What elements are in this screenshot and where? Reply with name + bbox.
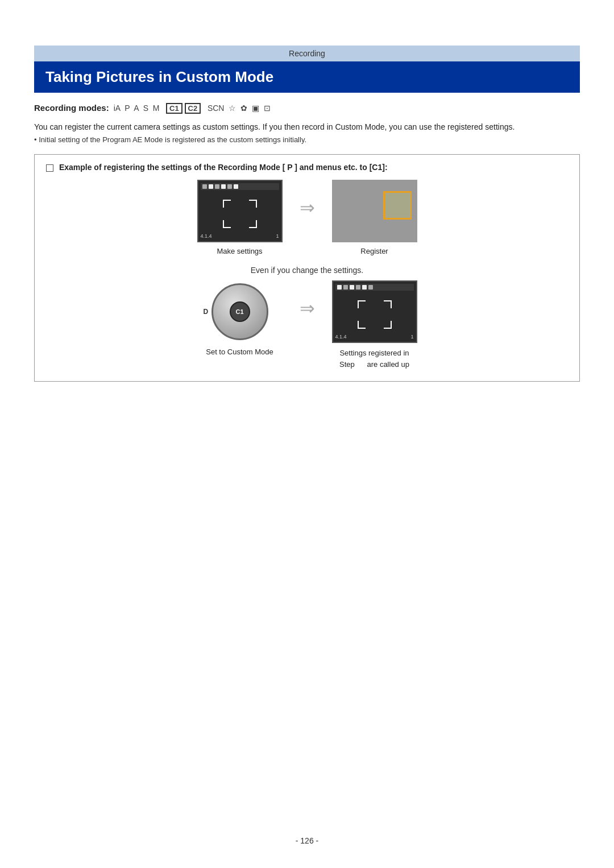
dial-container: D C1 (197, 280, 283, 343)
settings-registered-label: Settings registered in Step are called u… (339, 348, 409, 370)
dial-item: D C1 Set to Custom Mode (197, 280, 283, 356)
icon-dot-r6 (368, 285, 373, 290)
camera-screen-left: 4.1.4 1 (197, 180, 283, 242)
timer-text-right: 4.1.4 (335, 334, 347, 340)
bottom-bar-left: 4.1.4 1 (201, 233, 279, 239)
page-wrapper: Recording Taking Pictures in Custom Mode… (0, 0, 614, 868)
dial-label-d: D (204, 308, 209, 316)
bracket-br (249, 220, 257, 228)
example-title-text: Example of registering the settings of t… (59, 163, 388, 172)
icon-dot-6 (234, 184, 238, 189)
dial-wrapper: D C1 (211, 283, 268, 340)
bottom-bar-right: 4.1.4 1 (335, 334, 414, 340)
icon-dot-5 (227, 184, 232, 189)
settings-registered-line3: are called up (367, 360, 409, 369)
timer-text-left: 4.1.4 (201, 233, 212, 239)
bottom-diagram-row: D C1 Set to Custom Mode ⇒ (46, 280, 568, 370)
mode-c2: C2 (185, 103, 201, 114)
icon-dot-r1 (337, 285, 342, 290)
dial: C1 (211, 283, 268, 340)
section-label: Recording (289, 49, 325, 58)
recording-modes: Recording modes: iA P A S M C1 C2 SCN ☆ … (34, 103, 580, 114)
top-band: Recording (34, 46, 580, 61)
page-title: Taking Pictures in Custom Mode (34, 61, 580, 93)
settings-registered-line1: Settings registered in (339, 349, 409, 357)
icon-dot-r2 (343, 285, 348, 290)
recording-modes-label: Recording modes: (34, 103, 109, 113)
example-title: Example of registering the settings of t… (46, 163, 568, 172)
page-number: - 126 - (34, 819, 580, 868)
register-label: Register (360, 247, 388, 255)
icon-dot-3 (215, 184, 219, 189)
bracket-br-r (384, 321, 392, 329)
checkbox-icon (46, 164, 53, 172)
register-item: Register (332, 180, 417, 255)
middle-text: Even if you change the settings. (46, 266, 568, 275)
shot-count-right: 1 (410, 334, 413, 340)
bracket-tr-r (384, 300, 392, 308)
note-text: • Initial setting of the Program AE Mode… (34, 135, 580, 144)
settings-registered-line2: Step (339, 360, 355, 369)
icon-dot-r3 (350, 285, 354, 290)
body-text: You can register the current camera sett… (34, 121, 580, 133)
mode-icons: iA P A S M C1 C2 SCN ☆ ✿ ▣ ⊡ (111, 104, 271, 113)
example-box: Example of registering the settings of t… (34, 154, 580, 382)
settings-registered-item: 4.1.4 1 Settings registered in Step are … (332, 280, 417, 370)
icon-dot-r4 (356, 285, 360, 290)
icon-dot-r5 (362, 285, 367, 290)
register-screen (332, 180, 417, 242)
icon-dot-1 (202, 184, 207, 189)
bracket-bl-r (358, 321, 366, 329)
icon-dot-2 (209, 184, 213, 189)
focus-brackets-left (223, 200, 257, 228)
focus-brackets-right (358, 300, 392, 329)
arrow-bottom: ⇒ (300, 297, 315, 319)
bracket-tr (249, 200, 257, 208)
bracket-tl (223, 200, 231, 208)
arrow-top: ⇒ (300, 197, 315, 218)
shot-count-left: 1 (276, 233, 279, 239)
set-custom-label: Set to Custom Mode (206, 348, 273, 356)
bracket-tl-r (358, 300, 366, 308)
make-settings-label: Make settings (217, 247, 262, 255)
top-diagram-row: 4.1.4 1 Make settings ⇒ Register (46, 180, 568, 255)
top-icons-right (335, 284, 414, 291)
camera-screen-right: 4.1.4 1 (332, 280, 417, 343)
dial-center: C1 (230, 301, 250, 322)
top-icons-left (201, 183, 279, 190)
icon-dot-4 (221, 184, 226, 189)
bracket-bl (223, 220, 231, 228)
mode-c1: C1 (166, 103, 182, 114)
register-highlight (383, 191, 412, 220)
make-settings-item: 4.1.4 1 Make settings (197, 180, 283, 255)
